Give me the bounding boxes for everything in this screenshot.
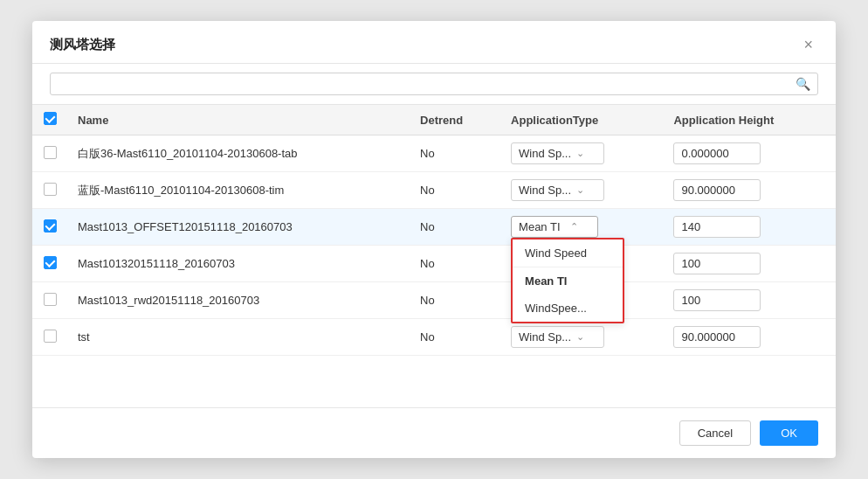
row-0-apptype: Wind Sp... ⌄ [500, 135, 663, 172]
dropdown-item-windspeed[interactable]: Wind Speed [513, 240, 623, 267]
row-1-select-wrap: Wind Sp... ⌄ [511, 179, 604, 201]
row-4-checkbox[interactable] [44, 293, 57, 306]
row-4-name: Mast1013_rwd20151118_20160703 [67, 282, 410, 319]
row-5-height-input[interactable] [673, 326, 761, 348]
row-2-select-box[interactable]: Mean TI ⌃ [511, 216, 598, 238]
row-2-height-input[interactable] [673, 216, 761, 238]
row-4-appheight [663, 282, 836, 319]
row-5-select-box[interactable]: Wind Sp... ⌄ [511, 326, 604, 348]
row-5-appheight [663, 319, 836, 356]
cancel-button[interactable]: Cancel [679, 420, 751, 446]
row-5-chevron-icon: ⌄ [576, 331, 584, 343]
row-0-select-value: Wind Sp... [519, 147, 571, 160]
row-5-select-wrap: Wind Sp... ⌄ [511, 326, 604, 348]
search-bar: 🔍 [32, 64, 836, 105]
row-3-appheight [663, 246, 836, 282]
row-0-checkbox-cell[interactable] [32, 135, 67, 172]
row-1-apptype: Wind Sp... ⌄ [500, 172, 663, 209]
row-2-dropdown-menu: Wind Speed Mean TI WindSpee... [511, 238, 624, 323]
row-0-height-input[interactable] [673, 142, 761, 164]
row-1-chevron-icon: ⌄ [576, 184, 584, 196]
table-header-row: Name Detrend ApplicationType Application… [32, 105, 836, 135]
dialog: 测风塔选择 × 🔍 Name Detrend ApplicationType A… [32, 21, 836, 458]
row-5-name: tst [67, 319, 410, 356]
row-1-appheight [663, 172, 836, 209]
header-apptype: ApplicationType [500, 105, 663, 135]
row-1-select-value: Wind Sp... [519, 184, 571, 197]
table-row: Mast101320151118_20160703 No ⌄ [32, 246, 836, 282]
row-2-checkbox[interactable] [44, 219, 57, 233]
row-2-select-value: Mean TI [519, 220, 560, 233]
header-name: Name [67, 105, 410, 135]
row-4-detrend: No [410, 282, 500, 319]
row-5-checkbox[interactable] [44, 330, 57, 343]
row-3-detrend: No [410, 246, 500, 282]
table-row: Mast1013_OFFSET120151118_20160703 No Mea… [32, 209, 836, 246]
header-detrend: Detrend [410, 105, 500, 135]
row-5-select-value: Wind Sp... [519, 330, 571, 344]
table-row: 白版36-Mast6110_20101104-20130608-tab No W… [32, 135, 836, 172]
row-0-checkbox[interactable] [44, 146, 57, 159]
dialog-header: 测风塔选择 × [32, 21, 836, 64]
row-1-select-box[interactable]: Wind Sp... ⌄ [511, 179, 604, 201]
row-0-appheight [663, 135, 836, 172]
row-3-checkbox-cell[interactable] [32, 246, 67, 282]
row-1-checkbox-cell[interactable] [32, 172, 67, 209]
row-2-appheight [663, 209, 836, 246]
table-row: Mast1013_rwd20151118_20160703 No ⌄ [32, 282, 836, 319]
dialog-title: 测风塔选择 [50, 37, 115, 53]
data-table: Name Detrend ApplicationType Application… [32, 105, 836, 356]
dropdown-item-windspee[interactable]: WindSpee... [513, 295, 623, 322]
dialog-footer: Cancel OK [32, 407, 836, 458]
row-4-height-input[interactable] [673, 289, 761, 311]
select-all-checkbox[interactable] [44, 112, 57, 125]
table-row: tst No Wind Sp... ⌄ [32, 319, 836, 356]
ok-button[interactable]: OK [760, 420, 818, 446]
row-1-detrend: No [410, 172, 500, 209]
search-input-wrap: 🔍 [50, 73, 818, 95]
row-0-detrend: No [410, 135, 500, 172]
row-2-select-wrap: Mean TI ⌃ Wind Speed Mean TI WindSpee... [511, 216, 598, 238]
row-1-checkbox[interactable] [44, 183, 57, 196]
header-checkbox-cell[interactable] [32, 105, 67, 135]
table-wrap: Name Detrend ApplicationType Application… [32, 105, 836, 407]
dropdown-item-meanti[interactable]: Mean TI [513, 267, 623, 295]
row-0-select-box[interactable]: Wind Sp... ⌄ [511, 142, 604, 164]
row-2-chevron-icon: ⌃ [570, 221, 578, 233]
row-5-detrend: No [410, 319, 500, 356]
row-2-apptype: Mean TI ⌃ Wind Speed Mean TI WindSpee... [500, 209, 663, 246]
row-3-name: Mast101320151118_20160703 [67, 246, 410, 282]
header-appheight: Application Height [663, 105, 836, 135]
row-0-select-wrap: Wind Sp... ⌄ [511, 142, 604, 164]
close-button[interactable]: × [798, 35, 818, 54]
row-0-chevron-icon: ⌄ [576, 148, 584, 159]
search-input[interactable] [58, 78, 792, 91]
table-row: 蓝版-Mast6110_20101104-20130608-tim No Win… [32, 172, 836, 209]
row-2-checkbox-cell[interactable] [32, 209, 67, 246]
search-icon: 🔍 [796, 77, 810, 91]
row-2-name: Mast1013_OFFSET120151118_20160703 [67, 209, 410, 246]
row-1-name: 蓝版-Mast6110_20101104-20130608-tim [67, 172, 410, 209]
row-2-detrend: No [410, 209, 500, 246]
row-3-height-input[interactable] [673, 253, 761, 274]
row-1-height-input[interactable] [673, 179, 761, 201]
row-5-apptype: Wind Sp... ⌄ [500, 319, 663, 356]
row-4-checkbox-cell[interactable] [32, 282, 67, 319]
row-5-checkbox-cell[interactable] [32, 319, 67, 356]
row-0-name: 白版36-Mast6110_20101104-20130608-tab [67, 135, 410, 172]
row-3-checkbox[interactable] [44, 256, 57, 269]
